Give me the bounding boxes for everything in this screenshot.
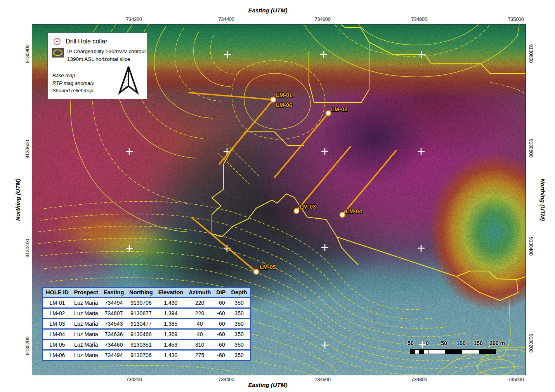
graticule-cross xyxy=(321,148,328,155)
graticule-cross xyxy=(321,244,328,251)
scale-bar-segment xyxy=(423,350,428,354)
x-tick-bottom: 734200 xyxy=(126,376,142,382)
legend-basemap-line3: Shaded relief map xyxy=(52,87,94,95)
table-cell: 734607 xyxy=(101,308,127,319)
table-cell: 350 xyxy=(228,308,250,319)
table-cell: Luz Maria xyxy=(71,340,101,350)
table-cell: 1,369 xyxy=(156,329,186,340)
drill-collar-lm-03 xyxy=(294,209,299,214)
table-row: LM-01Luz Maria73449491307061,430220-6035… xyxy=(43,298,250,308)
table-header-northing: Northing xyxy=(127,287,155,298)
scale-bar-segment xyxy=(410,350,415,354)
table-header-elevation: Elevation xyxy=(156,287,186,298)
legend-drill-hole-row: Drill Hole collar xyxy=(53,38,108,45)
legend-ip-label: IP Chargeability >30mV/V contour 1390m A… xyxy=(67,48,146,63)
drill-collar-icon xyxy=(53,38,61,45)
table-cell: 350 xyxy=(228,319,250,329)
table-cell: LM-03 xyxy=(43,319,71,329)
map-legend: Drill Hole collar IP Chargeability >30mV… xyxy=(47,33,147,99)
table-row: LM-06Luz Maria73449491307061,430275-6035… xyxy=(43,350,250,361)
y-tick-right: 9130600 xyxy=(528,139,534,157)
table-cell: -60 xyxy=(213,308,228,319)
axis-title-right: Northing (UTM) xyxy=(539,178,546,221)
scale-bar-label: 50 xyxy=(408,340,414,346)
drill-trace-lm-02 xyxy=(274,113,328,178)
table-cell: 1,394 xyxy=(156,308,186,319)
table-cell: Luz Maria xyxy=(71,298,101,308)
legend-drill-hole-label: Drill Hole collar xyxy=(66,38,108,45)
scale-bar: 50050100150200 m xyxy=(403,339,508,358)
scale-bar-segment xyxy=(462,350,479,354)
ip-contour-icon xyxy=(52,48,64,58)
drill-label-lm-01: LM-01 xyxy=(276,92,292,98)
x-tick-bottom: 735000 xyxy=(508,376,524,382)
table-row: LM-03Luz Maria73454391304771,38540-60350 xyxy=(43,319,250,329)
table-header-dip: DIP xyxy=(213,287,228,298)
drill-hole-table: HOLE IDProspectEastingNorthingElevationA… xyxy=(42,287,251,361)
table-cell: LM-04 xyxy=(43,329,71,340)
legend-ip-line1: IP Chargeability >30mV/V contour xyxy=(67,48,146,55)
table-cell: 734460 xyxy=(101,340,127,350)
y-tick-right: 9130400 xyxy=(528,237,534,256)
drill-trace-lm-05 xyxy=(192,218,256,272)
drill-collar-lm-06 xyxy=(271,97,276,102)
graticule-cross xyxy=(418,51,425,58)
legend-ip-row: IP Chargeability >30mV/V contour 1390m A… xyxy=(52,48,146,63)
scale-bar-label: 50 xyxy=(441,340,447,346)
scale-bar-label: 0 xyxy=(426,340,429,346)
table-cell: -60 xyxy=(213,340,228,350)
drill-label-lm-02: LM-02 xyxy=(331,106,347,112)
x-tick-bottom: 734600 xyxy=(315,376,331,382)
x-tick-top: 735000 xyxy=(508,16,524,22)
table-cell: 1,430 xyxy=(156,298,186,308)
table-cell: LM-02 xyxy=(43,308,71,319)
table-cell: -60 xyxy=(213,350,228,361)
graticule-cross xyxy=(418,245,425,252)
axis-title-top: Easting (UTM) xyxy=(248,7,288,14)
table-cell: 220 xyxy=(186,308,213,319)
x-tick-top: 734800 xyxy=(411,16,427,22)
scale-bar-segment xyxy=(479,350,496,354)
table-header-prospect: Prospect xyxy=(71,287,101,298)
drill-collar-lm-02 xyxy=(326,111,331,116)
drill-label-lm-03: LM-03 xyxy=(300,204,316,210)
graticule-cross xyxy=(320,51,327,58)
x-tick-top: 734600 xyxy=(315,16,331,22)
table-cell: LM-01 xyxy=(43,298,71,308)
table-cell: 350 xyxy=(228,329,250,340)
table-cell: Luz Maria xyxy=(71,329,101,340)
scale-bar-label: 100 xyxy=(456,340,465,346)
table-cell: 275 xyxy=(186,350,213,361)
table-cell: -60 xyxy=(213,329,228,340)
legend-basemap-line2: RTP mag anomaly xyxy=(52,79,94,87)
north-arrow-icon xyxy=(116,66,140,95)
drill-trace-lm-06 xyxy=(189,93,273,100)
table-cell: 734636 xyxy=(101,329,127,340)
axis-title-left: Northing (UTM) xyxy=(14,178,21,221)
table-cell: 40 xyxy=(186,329,213,340)
table-cell: 9130706 xyxy=(127,350,155,361)
table-cell: 9130351 xyxy=(127,340,155,350)
table-cell: -60 xyxy=(213,319,228,329)
x-tick-bottom: 734800 xyxy=(411,376,427,382)
table-cell: 734543 xyxy=(101,319,127,329)
table-cell: 734494 xyxy=(101,298,127,308)
table-cell: 1,453 xyxy=(156,340,186,350)
map-canvas: LM-01LM-06LM-02LM-03LM-04LM-05 Drill Hol… xyxy=(32,24,526,375)
table-cell: 40 xyxy=(186,319,213,329)
table-cell: Luz Maria xyxy=(71,319,101,329)
table-cell: 1,385 xyxy=(156,319,186,329)
y-tick-left: 9130600 xyxy=(24,140,30,159)
table-cell: Luz Maria xyxy=(71,350,101,361)
x-tick-top: 734200 xyxy=(126,16,142,22)
y-tick-left: 9130200 xyxy=(24,337,30,355)
drill-trace-lm-04 xyxy=(342,150,396,215)
table-cell: 350 xyxy=(228,350,250,361)
table-header-row: HOLE IDProspectEastingNorthingElevationA… xyxy=(43,287,250,298)
drill-label-lm-06: LM-06 xyxy=(276,102,292,108)
drill-trace-lm-01 xyxy=(219,100,273,164)
scale-bar-graphic xyxy=(410,349,496,354)
drill-label-lm-05: LM-05 xyxy=(260,264,276,270)
axis-title-bottom: Easting (UTM) xyxy=(248,382,288,388)
drill-collar-lm-04 xyxy=(340,212,345,218)
